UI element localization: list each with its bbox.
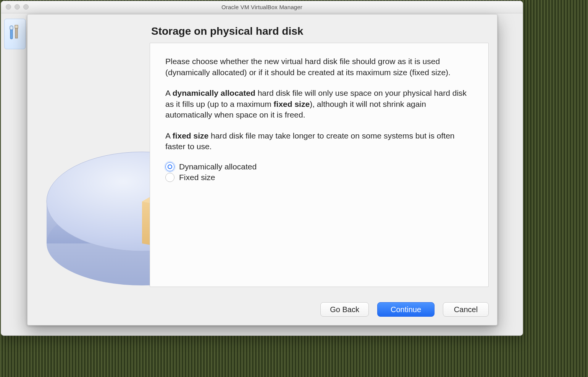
tools-icon — [8, 24, 21, 44]
create-hard-disk-dialog: Storage on physical hard disk Please cho… — [27, 14, 498, 325]
text: A — [165, 131, 173, 140]
window-title: Oracle VM VirtualBox Manager — [221, 4, 302, 10]
text-bold: dynamically allocated — [173, 89, 255, 97]
main-window: Oracle VM VirtualBox Manager — [1, 1, 523, 336]
text-bold: fixed size — [173, 131, 209, 140]
radio-button-fixed[interactable] — [165, 173, 174, 182]
continue-button[interactable]: Continue — [377, 302, 435, 317]
text-bold: fixed size — [274, 100, 310, 108]
tools-sidebar-item[interactable] — [4, 19, 26, 49]
radio-button-dynamic[interactable] — [165, 162, 174, 171]
minimize-window-button[interactable] — [15, 4, 20, 10]
go-back-button[interactable]: Go Back — [320, 302, 369, 317]
window-controls — [6, 4, 29, 10]
zoom-window-button[interactable] — [23, 4, 29, 10]
titlebar: Oracle VM VirtualBox Manager — [1, 1, 523, 13]
fixed-paragraph: A fixed size hard disk file may take lon… — [165, 130, 473, 152]
intro-paragraph: Please choose whether the new virtual ha… — [165, 56, 473, 78]
radio-option-fixed[interactable]: Fixed size — [165, 173, 473, 182]
svg-rect-1 — [10, 26, 13, 30]
radio-option-dynamic[interactable]: Dynamically allocated — [165, 162, 473, 171]
text: hard disk file may take longer to create… — [165, 131, 455, 151]
svg-rect-3 — [15, 25, 18, 28]
radio-label-fixed: Fixed size — [179, 173, 215, 182]
wizard-buttons: Go Back Continue Cancel — [320, 302, 489, 317]
wizard-title: Storage on physical hard disk — [151, 25, 488, 37]
cancel-button[interactable]: Cancel — [443, 302, 489, 317]
wizard-content: Please choose whether the new virtual ha… — [150, 43, 489, 287]
radio-label-dynamic: Dynamically allocated — [179, 162, 257, 171]
close-window-button[interactable] — [6, 4, 11, 10]
dynamic-paragraph: A dynamically allocated hard disk file w… — [165, 88, 473, 121]
text: A — [165, 89, 173, 97]
desktop-background: Oracle VM VirtualBox Manager — [0, 0, 588, 377]
